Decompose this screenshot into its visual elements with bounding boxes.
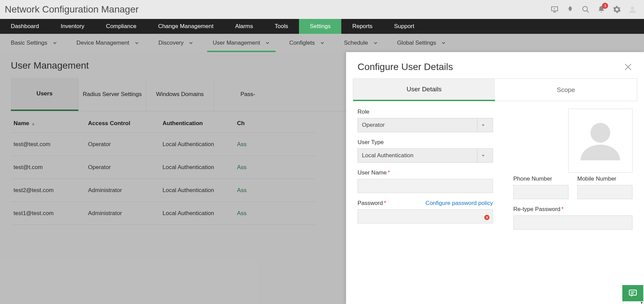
chevron-down-icon [265,41,270,45]
search-icon[interactable] [582,5,590,14]
svg-marker-1 [554,8,555,9]
chevron-down-icon [53,41,57,45]
chevron-down-icon [320,41,324,45]
svg-marker-7 [482,124,485,126]
gear-icon[interactable] [613,5,621,14]
role-label: Role [358,109,493,115]
svg-point-4 [631,6,634,10]
role-select[interactable]: Operator [358,118,493,132]
subnav-schedule[interactable]: Schedule [335,34,388,52]
nav-compliance[interactable]: Compliance [95,19,147,34]
subnav-device-management[interactable]: Device Management [67,34,149,52]
bell-icon[interactable]: 3 [597,5,605,14]
subnav-label: Schedule [344,40,368,46]
user-type-label: User Type [358,139,493,146]
user-type-value: Local Authentication [362,152,413,159]
panel-title: Configure User Details [358,62,453,72]
subnav-label: Global Settings [397,40,436,46]
subnav-basic-settings[interactable]: Basic Settings [1,34,67,52]
subnav-label: Device Management [77,40,129,46]
phone-number-input[interactable] [513,185,568,199]
chevron-down-icon [477,149,489,162]
panel-tab-scope[interactable]: Scope [495,79,637,101]
mobile-number-label: Mobile Number [577,176,632,182]
chevron-down-icon [477,118,489,132]
user-avatar-placeholder[interactable] [568,109,632,173]
panel-header: Configure User Details [346,52,644,78]
avatar-icon[interactable] [628,5,637,14]
chevron-down-icon [189,41,193,45]
role-value: Operator [362,122,385,128]
password-input[interactable] [358,209,493,224]
svg-line-3 [587,10,589,13]
phone-number-label: Phone Number [513,176,568,182]
nav-reports[interactable]: Reports [341,19,383,34]
mobile-number-input[interactable] [577,185,632,199]
notification-badge: 3 [602,3,608,9]
subnav-label: Discovery [158,40,184,46]
sub-nav: Basic Settings Device Management Discove… [0,34,644,52]
top-header: Network Configuration Manager 3 [0,0,644,19]
subnav-user-management[interactable]: User Management [203,34,280,52]
svg-marker-8 [482,155,485,157]
required-asterisk: * [388,169,390,176]
nav-change-management[interactable]: Change Management [147,19,224,34]
configure-password-policy-link[interactable]: Configure password policy [426,200,493,207]
panel-body: Role Operator User Type Local Authentica… [346,101,644,304]
form-right-column: Phone Number Mobile Number Re-type Passw… [513,109,632,232]
main-nav: Dashboard Inventory Compliance Change Ma… [0,19,644,34]
panel-tab-user-details[interactable]: User Details [353,79,495,101]
retype-password-label: Re-type Password* [513,206,632,213]
subnav-label: Basic Settings [11,40,47,46]
subnav-configlets[interactable]: Configlets [280,34,335,52]
nav-alarms[interactable]: Alarms [224,19,264,34]
subnav-global-settings[interactable]: Global Settings [388,34,456,52]
close-icon[interactable] [624,63,632,71]
user-name-label: User Name* [358,169,493,176]
nav-support[interactable]: Support [383,19,425,34]
nav-tools[interactable]: Tools [264,19,299,34]
chat-button[interactable] [622,285,643,301]
retype-password-input[interactable] [513,215,632,230]
nav-dashboard[interactable]: Dashboard [0,19,50,34]
header-icons: 3 [551,5,639,14]
subnav-label: Configlets [289,40,315,46]
password-label: Password* Configure password policy [358,200,493,207]
required-asterisk: * [561,206,564,212]
svg-rect-10 [629,290,637,295]
rocket-icon[interactable] [566,5,574,14]
svg-point-9 [591,123,610,143]
subnav-label: User Management [213,40,260,46]
app-title: Network Configuration Manager [5,4,138,15]
user-name-input[interactable] [358,179,493,193]
svg-point-2 [583,6,587,11]
presentation-icon[interactable] [551,5,559,14]
chevron-down-icon [135,41,139,45]
chat-expand-icon[interactable]: ▼ [622,301,643,304]
chevron-down-icon [373,41,378,45]
panel-tabs: User Details Scope [353,78,637,101]
password-invalid-icon: ✕ [483,213,491,221]
nav-inventory[interactable]: Inventory [50,19,95,34]
user-type-select[interactable]: Local Authentication [358,148,493,163]
form-left-column: Role Operator User Type Local Authentica… [358,109,493,232]
required-asterisk: * [384,200,386,206]
configure-user-panel: Configure User Details User Details Scop… [346,52,644,304]
subnav-discovery[interactable]: Discovery [149,34,203,52]
nav-settings[interactable]: Settings [299,19,341,34]
chevron-down-icon [442,41,446,45]
